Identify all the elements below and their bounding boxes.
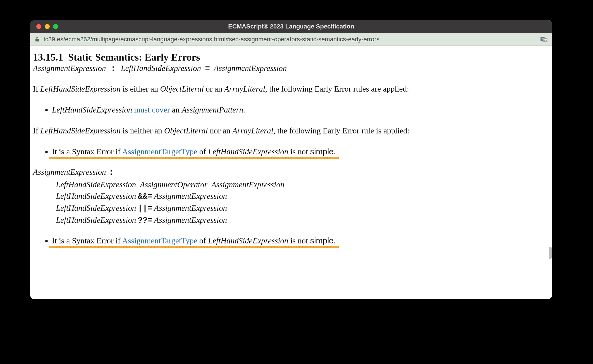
window-title: ECMAScript® 2023 Language Specification (30, 23, 552, 30)
nonterminal: LeftHandSideExpression (121, 64, 201, 73)
paragraph: If LeftHandSideExpression is neither an … (33, 125, 549, 136)
minimize-window-button[interactable] (45, 24, 50, 29)
grammar-head: AssignmentExpression: (33, 167, 549, 177)
nonterminal: ArrayLiteral (224, 84, 265, 93)
value-simple: simple (310, 236, 334, 245)
lock-icon (35, 37, 40, 42)
operator-or-or-equals: ||= (136, 204, 154, 213)
operator-and-and-equals: &&= (136, 192, 154, 201)
page-content: 13.15.1 Static Semantics: Early Errors A… (30, 46, 552, 299)
titlebar: ECMAScript® 2023 Language Specification (30, 20, 552, 33)
operator-nullish-equals: ??= (136, 216, 154, 225)
highlight-underline-icon (49, 157, 339, 159)
rule-list: It is a Syntax Error if AssignmentTarget… (33, 235, 549, 246)
rule-item: It is a Syntax Error if AssignmentTarget… (52, 235, 549, 246)
rule-item: LeftHandSideExpression must cover an Ass… (52, 104, 549, 115)
nonterminal: AssignmentExpression (214, 64, 287, 73)
spec-link-assignment-target-type[interactable]: AssignmentTargetType (122, 236, 197, 245)
spec-link-assignment-target-type[interactable]: AssignmentTargetType (122, 147, 197, 156)
maximize-window-button[interactable] (53, 24, 58, 29)
nonterminal: AssignmentPattern (181, 105, 243, 114)
grammar-production: LeftHandSideExpression??=AssignmentExpre… (56, 215, 549, 225)
nonterminal: ArrayLiteral (232, 126, 273, 135)
nonterminal: LeftHandSideExpression (40, 84, 121, 93)
close-window-button[interactable] (36, 24, 41, 29)
grammar-colon: : (106, 168, 115, 177)
grammar-production: LeftHandSideExpression||=AssignmentExpre… (56, 203, 549, 213)
nonterminal: ObjectLiteral (160, 84, 204, 93)
translate-icon[interactable]: G文 (541, 36, 548, 42)
rule-list: LeftHandSideExpression must cover an Ass… (33, 104, 549, 115)
highlighted-rule: It is a Syntax Error if AssignmentTarget… (52, 236, 336, 245)
operator-equals: = (205, 64, 210, 73)
grammar-colon: : (108, 64, 117, 73)
highlighted-rule: It is a Syntax Error if AssignmentTarget… (52, 147, 336, 156)
nonterminal: AssignmentExpression (33, 64, 106, 73)
section-title: Static Semantics: Early Errors (68, 52, 200, 63)
spec-link-must-cover[interactable]: must cover (134, 105, 170, 114)
nonterminal: ObjectLiteral (164, 126, 208, 135)
grammar-production: LeftHandSideExpression&&=AssignmentExpre… (56, 191, 549, 201)
svg-text:G: G (542, 37, 544, 40)
nonterminal: LeftHandSideExpression (52, 105, 132, 114)
nonterminal: LeftHandSideExpression (40, 126, 121, 135)
grammar-productions: LeftHandSideExpression AssignmentOperato… (56, 180, 549, 225)
svg-text:文: 文 (544, 39, 547, 41)
section-number: 13.15.1 (33, 52, 63, 63)
section-heading: 13.15.1 Static Semantics: Early Errors (33, 51, 549, 63)
url-text: tc39.es/ecma262/multipage/ecmascript-lan… (44, 36, 537, 43)
traffic-lights (30, 24, 58, 29)
grammar-block: AssignmentExpression: LeftHandSideExpres… (33, 167, 549, 225)
grammar-production-top: AssignmentExpression : LeftHandSideExpre… (33, 64, 549, 73)
nonterminal: LeftHandSideExpression (208, 236, 288, 245)
paragraph: If LeftHandSideExpression is either an O… (33, 83, 549, 94)
url-bar[interactable]: tc39.es/ecma262/multipage/ecmascript-lan… (30, 33, 552, 46)
scrollbar-thumb[interactable] (549, 247, 552, 259)
rule-item: It is a Syntax Error if AssignmentTarget… (52, 146, 549, 157)
highlight-underline-icon (49, 246, 339, 248)
value-simple: simple (310, 147, 334, 156)
browser-window: ECMAScript® 2023 Language Specification … (30, 20, 552, 299)
grammar-production: LeftHandSideExpression AssignmentOperato… (56, 180, 549, 189)
nonterminal: AssignmentExpression (33, 167, 106, 176)
rule-list: It is a Syntax Error if AssignmentTarget… (33, 146, 549, 157)
nonterminal: LeftHandSideExpression (208, 147, 288, 156)
